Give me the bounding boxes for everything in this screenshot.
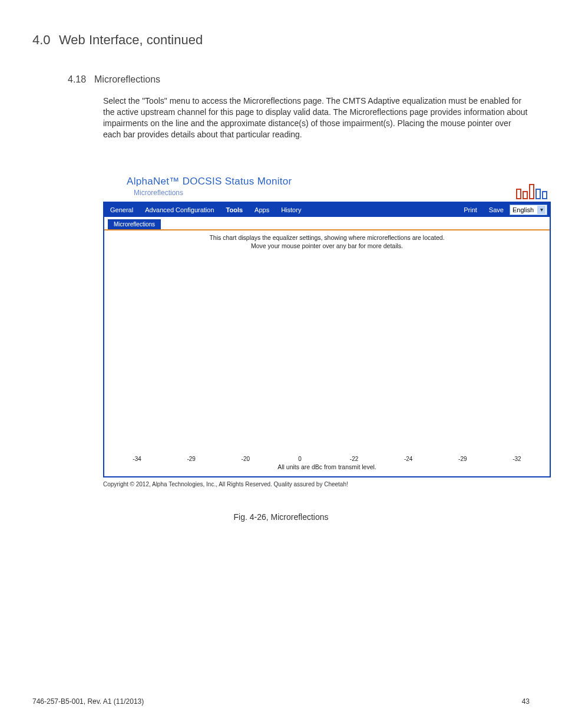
chart-caption-line2: Move your mouse pointer over any bar for…: [111, 242, 543, 249]
tab-microreflections[interactable]: Microreflections: [108, 219, 161, 229]
subsection-heading: 4.18Microreflections: [68, 74, 530, 85]
bar-label: -22: [329, 454, 380, 462]
section-title: Web Interface, continued: [59, 32, 203, 47]
section-number: 4.0: [32, 32, 59, 48]
bar-column[interactable]: -24: [383, 454, 434, 462]
chart-caption-line1: This chart displays the equalizer settin…: [111, 234, 543, 241]
bar-column[interactable]: -20: [220, 454, 271, 462]
bar-label: -32: [491, 454, 543, 462]
menu-history[interactable]: History: [275, 203, 307, 217]
menu-save[interactable]: Save: [483, 203, 510, 217]
chevron-down-icon: ▾: [537, 206, 546, 214]
menu-apps[interactable]: Apps: [249, 203, 275, 217]
bar-column[interactable]: -32: [491, 454, 543, 462]
bar-column[interactable]: -29: [166, 454, 217, 462]
bar-column[interactable]: -29: [437, 454, 488, 462]
subsection-number: 4.18: [68, 74, 94, 85]
figure-caption: Fig. 4-26, Microreflections: [32, 512, 530, 522]
footer-page-number: 43: [522, 697, 530, 706]
body-paragraph: Select the "Tools" menu to access the Mi…: [103, 95, 530, 140]
bar-label: -29: [166, 454, 217, 462]
bar-label: -24: [383, 454, 434, 462]
menu-print[interactable]: Print: [458, 203, 483, 217]
axis-caption: All units are dBc from transmit level.: [111, 462, 543, 470]
app-screenshot: AlphaNet™ DOCSIS Status Monitor Microref…: [103, 176, 551, 487]
bar-label: -20: [220, 454, 271, 462]
language-select[interactable]: English ▾: [510, 205, 547, 215]
section-heading: 4.0Web Interface, continued: [32, 32, 530, 48]
copyright-text: Copyright © 2012, Alpha Technologies, In…: [103, 481, 551, 487]
subsection-title: Microreflections: [94, 74, 160, 84]
bar-label: -34: [111, 454, 163, 462]
app-title: AlphaNet™ DOCSIS Status Monitor: [127, 176, 292, 187]
menu-tools[interactable]: Tools: [220, 203, 249, 217]
footer-doc-id: 746-257-B5-001, Rev. A1 (11/2013): [32, 697, 144, 706]
menu-general[interactable]: General: [104, 203, 139, 217]
chart-panel: This chart displays the equalizer settin…: [104, 230, 550, 476]
bar-label: 0: [274, 454, 325, 462]
app-subtitle: Microreflections: [134, 189, 292, 197]
bar-label: -29: [437, 454, 488, 462]
menu-advanced-configuration[interactable]: Advanced Configuration: [139, 203, 220, 217]
language-value: English: [513, 206, 534, 213]
bar-column[interactable]: -34: [111, 454, 163, 462]
menu-bar: General Advanced Configuration Tools App…: [104, 203, 550, 217]
alpha-logo-icon: [516, 180, 547, 199]
bar-chart: -34-29-200-22-24-29-32: [111, 253, 543, 462]
bar-column[interactable]: -22: [329, 454, 380, 462]
bar-column[interactable]: 0: [274, 454, 325, 462]
